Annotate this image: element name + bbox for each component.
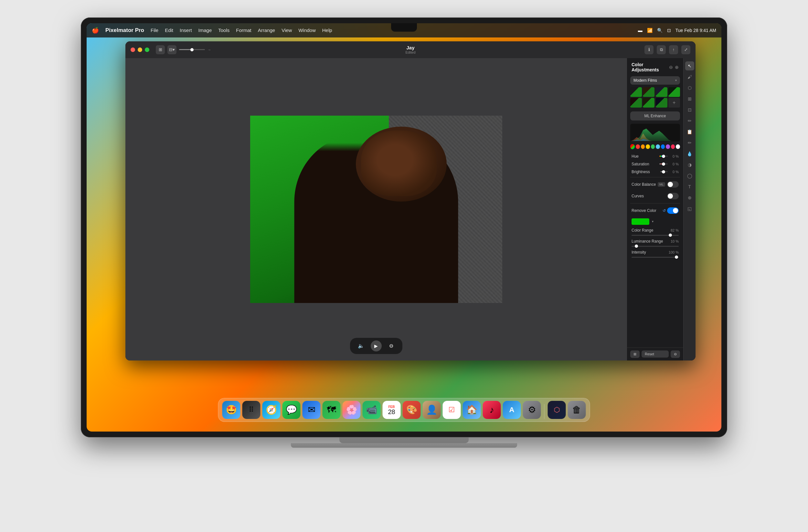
menu-insert[interactable]: Insert	[180, 27, 192, 33]
plus-icon[interactable]: ⊕	[675, 64, 679, 70]
shape-tool[interactable]: ◯	[685, 171, 694, 180]
thumbnail-5[interactable]	[630, 98, 642, 108]
apple-menu[interactable]: 🍎	[92, 27, 99, 34]
saturation-slider[interactable]	[659, 164, 668, 165]
info-icon[interactable]: ℹ	[644, 45, 654, 54]
dock-photos[interactable]: 🌸	[343, 401, 361, 419]
color-balance-toggle[interactable]	[667, 181, 679, 188]
menu-format[interactable]: Format	[236, 27, 252, 33]
yellow-channel-button[interactable]	[646, 145, 650, 149]
menu-edit[interactable]: Edit	[165, 27, 173, 33]
saturation-thumb[interactable]	[662, 163, 665, 166]
thumbnail-4[interactable]	[668, 87, 680, 97]
retouch-tool[interactable]: ✏	[685, 116, 694, 125]
thumbnail-2[interactable]	[643, 87, 655, 97]
brightness-slider[interactable]	[659, 171, 668, 172]
search-icon[interactable]: 🔍	[657, 28, 663, 33]
dock-contacts[interactable]: 👤	[423, 401, 441, 419]
color-range-thumb[interactable]	[669, 233, 672, 237]
ml-enhance-button[interactable]: ML Enhance	[630, 111, 680, 120]
dock-settings[interactable]: ⚙	[523, 401, 541, 419]
panel-options-button[interactable]: ⊖	[671, 350, 680, 358]
zoom-tool[interactable]: ⊕	[685, 193, 694, 202]
panel-toggle-icon[interactable]: ⊞	[156, 45, 165, 54]
dock-reminders[interactable]: ☑	[443, 401, 461, 419]
teal-channel-button[interactable]	[656, 145, 660, 149]
dock-home[interactable]: 🏠	[463, 401, 481, 419]
minimize-button[interactable]	[138, 48, 142, 52]
luminance-range-thumb[interactable]	[635, 245, 638, 248]
close-button[interactable]	[131, 48, 135, 52]
play-button[interactable]: ▶	[371, 340, 382, 352]
hue-slider[interactable]	[659, 156, 668, 157]
red-channel-button[interactable]	[636, 145, 640, 149]
dock-pixelmator2[interactable]: ⬡	[548, 401, 566, 419]
refresh-icon[interactable]: ↺	[663, 208, 666, 213]
green-channel-button[interactable]	[651, 145, 655, 149]
brush-tool[interactable]: ✏	[685, 138, 694, 147]
menu-file[interactable]: File	[151, 27, 158, 33]
brightness-thumb[interactable]	[662, 170, 665, 173]
add-preset-button[interactable]: +	[668, 98, 680, 108]
pink-channel-button[interactable]	[671, 145, 675, 149]
preset-selector[interactable]: Modern Films ▾	[630, 76, 680, 84]
thumbnail-6[interactable]	[643, 98, 655, 108]
copy-icon[interactable]: ⧉	[657, 45, 666, 54]
blue-channel-button[interactable]	[661, 145, 665, 149]
dock-trash[interactable]: 🗑	[568, 401, 586, 419]
menu-image[interactable]: Image	[199, 27, 212, 33]
menu-arrange[interactable]: Arrange	[258, 27, 275, 33]
cursor-tool[interactable]: ↖	[685, 61, 694, 71]
control-center-icon[interactable]: ⊡	[667, 28, 671, 33]
dock-music[interactable]: ♪	[483, 401, 501, 419]
before-after-button[interactable]: ⊞	[630, 350, 640, 358]
dock-safari[interactable]: 🧭	[262, 401, 280, 419]
purple-channel-button[interactable]	[666, 145, 670, 149]
curves-toggle[interactable]	[667, 193, 679, 199]
menu-view[interactable]: View	[281, 27, 292, 33]
hue-thumb[interactable]	[662, 155, 665, 158]
transform-tool[interactable]: ◱	[685, 204, 694, 213]
dock-launchpad[interactable]: ⠿	[242, 401, 260, 419]
selection-tool[interactable]: ⊞	[685, 94, 694, 103]
dock-maps[interactable]: 🗺	[323, 401, 341, 419]
adjustment-tool[interactable]: ⬡	[685, 83, 694, 92]
reset-button[interactable]: Reset	[642, 350, 669, 358]
type-tool[interactable]: T	[685, 182, 694, 191]
dock-calendar[interactable]: FEB 28	[383, 401, 401, 419]
fullscreen-icon[interactable]: ⤢	[681, 45, 690, 54]
dock-mail[interactable]: ✉	[302, 401, 320, 419]
minus-icon[interactable]: ⊖	[669, 64, 673, 70]
dock-appstore[interactable]: A	[503, 401, 521, 419]
maximize-button[interactable]	[145, 48, 149, 52]
thumbnail-1[interactable]	[630, 87, 642, 97]
thumbnail-3[interactable]	[656, 87, 667, 97]
dock-facetime[interactable]: 📹	[363, 401, 381, 419]
more-options-button[interactable]: ⊖	[387, 341, 396, 350]
share-icon[interactable]: ↑	[669, 45, 678, 54]
luminance-range-slider[interactable]	[631, 246, 679, 247]
remove-color-toggle[interactable]	[667, 207, 679, 214]
crop-tool[interactable]: ⊡	[685, 105, 694, 114]
clone-tool[interactable]: 📋	[685, 127, 694, 136]
dock-finder[interactable]: 🤩	[222, 401, 240, 419]
menu-window[interactable]: Window	[298, 27, 315, 33]
color-picker-tool[interactable]: 💧	[685, 149, 694, 158]
color-range-slider[interactable]	[631, 235, 679, 236]
intensity-thumb[interactable]	[675, 255, 678, 259]
all-channels-button[interactable]	[630, 144, 635, 149]
white-channel-button[interactable]	[676, 145, 680, 149]
orange-channel-button[interactable]	[641, 145, 645, 149]
dock-pixelmator[interactable]: 🎨	[403, 401, 421, 419]
intensity-slider[interactable]	[631, 257, 679, 258]
zoom-dropdown[interactable]: ⊟▾	[167, 45, 177, 54]
thumbnail-7[interactable]	[656, 98, 667, 108]
speaker-button[interactable]: 🔈	[356, 341, 366, 350]
panel-header: Color Adjustments ⊖ ⊕	[627, 58, 683, 75]
color-swatch[interactable]	[631, 218, 649, 225]
dock-messages[interactable]: 💬	[282, 401, 300, 419]
menu-help[interactable]: Help	[322, 27, 332, 33]
paint-tool[interactable]: 🖌	[685, 72, 694, 81]
menu-tools[interactable]: Tools	[218, 27, 229, 33]
gradient-tool[interactable]: ◑	[685, 160, 694, 169]
